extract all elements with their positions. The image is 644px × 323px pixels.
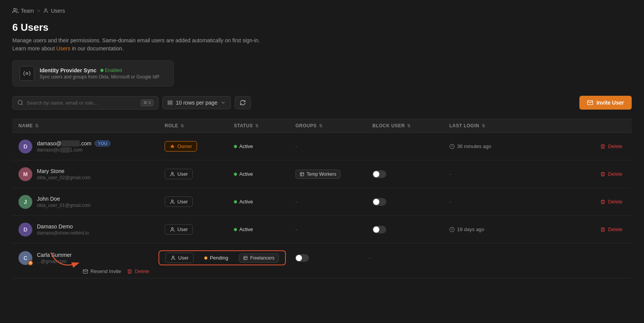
invite-user-button[interactable]: Invite User — [579, 96, 632, 110]
cell-block[interactable] — [366, 170, 443, 178]
status-active: Active — [234, 226, 253, 232]
page-title: 6 Users — [12, 22, 632, 33]
sort-role-icon[interactable]: ⇅ — [180, 123, 184, 128]
delete-button[interactable]: Delete — [600, 226, 622, 232]
idp-icon — [20, 66, 34, 81]
cell-name: J John Doe okta_user_01@gmail.com — [12, 195, 158, 209]
block-toggle[interactable] — [372, 198, 386, 206]
last-login: 36 minutes ago — [449, 143, 491, 149]
cell-last-login: - — [363, 255, 632, 261]
delete-button[interactable]: Delete — [600, 199, 622, 205]
rows-label: 10 rows per page — [176, 100, 217, 106]
th-last-login: LAST LOGIN ⇅ — [443, 123, 520, 128]
sort-status-icon[interactable]: ⇅ — [255, 123, 259, 128]
breadcrumb-team[interactable]: Team — [12, 8, 34, 14]
idp-title: Identity Provider Sync — [40, 67, 97, 73]
status-dot — [234, 173, 237, 176]
user-details: damaso@••••••••.com YOU damaso@c••••1.co… — [37, 140, 110, 153]
cell-role: User — [165, 253, 194, 263]
user-details: Carla Summer ...@gmail.com — [37, 252, 72, 264]
cell-status: Active — [228, 143, 289, 149]
cell-groups: Freelancers — [239, 253, 279, 263]
sort-name-icon[interactable]: ⇅ — [35, 123, 39, 128]
sort-groups-icon[interactable]: ⇅ — [319, 123, 323, 128]
page-container: Team > Users 6 Users Manage users and th… — [0, 0, 644, 286]
envelope-icon — [83, 269, 88, 274]
table-row: D Damaso Demo damaso@show.netbird.io Use… — [12, 216, 632, 243]
envelope-icon — [587, 100, 593, 106]
owner-icon — [170, 144, 175, 149]
user-icon — [170, 199, 175, 205]
breadcrumb: Team > Users — [12, 8, 632, 14]
user-details: Damaso Demo damaso@show.netbird.io — [37, 223, 89, 236]
rows-icon — [167, 100, 173, 105]
table-header: NAME ⇅ ROLE ⇅ STATUS ⇅ GROUPS ⇅ BLOCK US… — [12, 119, 632, 133]
cell-groups: - — [289, 143, 366, 150]
sort-login-icon[interactable]: ⇅ — [482, 123, 486, 128]
svg-point-3 — [18, 100, 22, 105]
user-name: John Doe — [37, 196, 91, 202]
breadcrumb-users[interactable]: Users — [43, 8, 65, 14]
svg-point-14 — [172, 256, 174, 258]
block-toggle[interactable] — [372, 226, 386, 233]
block-toggle[interactable] — [295, 254, 309, 262]
user-icon — [170, 255, 176, 261]
svg-point-0 — [13, 8, 15, 10]
invite-button-label: Invite User — [596, 100, 624, 106]
status-dot — [234, 200, 237, 203]
no-last-login: - — [369, 255, 371, 261]
search-box[interactable]: ⌘ K — [12, 96, 158, 110]
trash-icon — [127, 269, 132, 274]
cell-groups: - — [289, 199, 366, 205]
user-info: D Damaso Demo damaso@show.netbird.io — [18, 223, 89, 236]
table-row: J John Doe okta_user_01@gmail.com User — [12, 188, 632, 216]
no-last-login: - — [449, 199, 451, 205]
svg-point-1 — [45, 9, 47, 11]
idp-subtitle: Sync users and groups from Okta, Microso… — [40, 74, 167, 80]
users-link[interactable]: Users — [56, 45, 70, 52]
role-badge-user: User — [165, 196, 193, 207]
refresh-icon — [240, 100, 246, 106]
cell-groups: Temp Workers — [289, 170, 366, 179]
cell-role: User — [158, 196, 228, 207]
users-table: NAME ⇅ ROLE ⇅ STATUS ⇅ GROUPS ⇅ BLOCK US… — [12, 119, 632, 278]
user-info: C ⊙ Carla Summer ...@gmail.com — [18, 251, 72, 265]
delete-button[interactable]: Delete — [600, 171, 622, 177]
group-badge-freelancers[interactable]: Freelancers — [239, 253, 279, 263]
avatar: D — [18, 223, 32, 236]
svg-rect-6 — [168, 104, 172, 105]
user-name: Damaso Demo — [37, 223, 89, 230]
group-badge[interactable]: Temp Workers — [295, 170, 340, 179]
rows-per-page-selector[interactable]: 10 rows per page — [162, 96, 231, 109]
search-icon — [17, 100, 23, 106]
delete-button[interactable]: Delete — [127, 268, 149, 274]
status-dot — [234, 228, 237, 231]
cell-name: M Mary Stone okta_user_02@gmail.com — [12, 167, 158, 181]
no-group: - — [295, 226, 297, 233]
toggle-thumb — [373, 226, 379, 233]
cell-actions: Delete — [520, 143, 632, 149]
status-active: Active — [234, 143, 253, 149]
svg-point-8 — [172, 172, 174, 174]
cell-block[interactable] — [366, 198, 443, 206]
trash-icon — [600, 199, 606, 205]
idp-card[interactable]: Identity Provider Sync Enabled Sync user… — [12, 60, 174, 87]
group-icon — [300, 172, 304, 176]
cell-block[interactable] — [366, 226, 443, 233]
user-info: D damaso@••••••••.com YOU damaso@c••••1.… — [18, 140, 110, 153]
cell-status: Active — [228, 199, 289, 205]
delete-button[interactable]: Delete — [600, 143, 622, 149]
avatar: J — [18, 195, 32, 209]
resend-invite-button[interactable]: Resend Invite — [83, 268, 121, 274]
th-actions — [520, 123, 632, 128]
idp-header: Identity Provider Sync Enabled — [40, 67, 167, 73]
cell-block[interactable] — [289, 254, 363, 262]
block-toggle[interactable] — [372, 170, 386, 178]
cell-last-login: - — [443, 199, 520, 205]
last-login: 18 days ago — [449, 226, 484, 232]
team-icon — [12, 8, 18, 14]
user-icon — [43, 8, 48, 13]
refresh-button[interactable] — [235, 96, 251, 109]
search-input[interactable] — [27, 100, 138, 106]
sort-block-icon[interactable]: ⇅ — [407, 123, 411, 128]
